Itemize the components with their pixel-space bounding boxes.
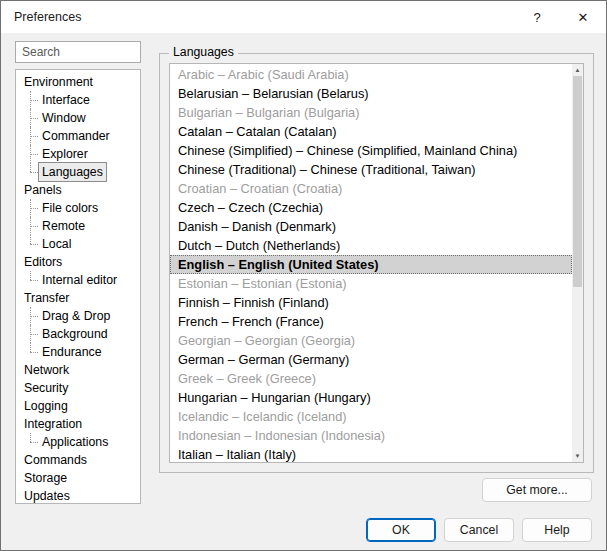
close-icon[interactable]: ✕ (560, 1, 606, 33)
tree-item-label: Integration (21, 415, 85, 433)
tree-connector (25, 109, 39, 127)
tree-item-label: Transfer (21, 289, 72, 307)
tree-item-applications[interactable]: Applications (16, 433, 140, 451)
tree-item-label: Commander (39, 127, 113, 145)
tree-item-editors[interactable]: Editors (16, 253, 140, 271)
languages-rows: Arabic – Arabic (Saudi Arabia)Belarusian… (170, 65, 572, 463)
tree-item-drag-drop[interactable]: Drag & Drop (16, 307, 140, 325)
tree-connector (25, 307, 39, 325)
tree-item-languages[interactable]: Languages (16, 163, 140, 181)
tree-item-network[interactable]: Network (16, 361, 140, 379)
tree-item-label: Editors (21, 253, 65, 271)
tree-connector (25, 145, 39, 163)
language-item[interactable]: Chinese (Simplified) – Chinese (Simplifi… (170, 141, 572, 160)
tree-item-panels[interactable]: Panels (16, 181, 140, 199)
languages-group: Languages Arabic – Arabic (Saudi Arabia)… (159, 53, 594, 473)
tree-item-logging[interactable]: Logging (16, 397, 140, 415)
tree-item-file-colors[interactable]: File colors (16, 199, 140, 217)
scrollbar-up-icon[interactable]: ▲ (572, 64, 583, 76)
tree-item-endurance[interactable]: Endurance (16, 343, 140, 361)
tree-item-internal-editor[interactable]: Internal editor (16, 271, 140, 289)
tree-item-label: Endurance (39, 343, 104, 361)
get-more-button[interactable]: Get more... (482, 478, 592, 502)
footer-buttons: OK Cancel Help (366, 518, 592, 542)
tree-item-security[interactable]: Security (16, 379, 140, 397)
tree-item-label: Environment (21, 73, 96, 91)
language-item[interactable]: English – English (United States) (170, 255, 572, 274)
tree-item-environment[interactable]: Environment (16, 73, 140, 91)
language-item[interactable]: Belarusian – Belarusian (Belarus) (170, 84, 572, 103)
language-item[interactable]: Greek – Greek (Greece) (170, 369, 572, 388)
preferences-dialog: Preferences ? ✕ EnvironmentInterfaceWind… (0, 0, 607, 551)
tree-item-integration[interactable]: Integration (16, 415, 140, 433)
language-item[interactable]: French – French (France) (170, 312, 572, 331)
tree-item-label: Languages (39, 163, 106, 181)
language-item[interactable]: German – German (Germany) (170, 350, 572, 369)
language-item[interactable]: Georgian – Georgian (Georgia) (170, 331, 572, 350)
tree-connector (25, 271, 39, 289)
tree-item-label: Storage (21, 469, 70, 487)
tree-item-label: Logging (21, 397, 71, 415)
tree-connector (25, 235, 39, 253)
tree-item-label: Local (39, 235, 74, 253)
tree-item-label: Remote (39, 217, 88, 235)
languages-list: Arabic – Arabic (Saudi Arabia)Belarusian… (169, 63, 584, 463)
language-item[interactable]: Dutch – Dutch (Netherlands) (170, 236, 572, 255)
tree-item-label: Drag & Drop (39, 307, 113, 325)
tree-item-commander[interactable]: Commander (16, 127, 140, 145)
tree-item-explorer[interactable]: Explorer (16, 145, 140, 163)
tree-item-label: Network (21, 361, 72, 379)
caption-buttons: ? ✕ (514, 1, 606, 33)
scrollbar-down-icon[interactable]: ▼ (572, 450, 583, 462)
tree-item-commands[interactable]: Commands (16, 451, 140, 469)
language-item[interactable]: Chinese (Traditional) – Chinese (Traditi… (170, 160, 572, 179)
help-button[interactable]: Help (522, 518, 592, 542)
tree-item-local[interactable]: Local (16, 235, 140, 253)
tree-item-label: Explorer (39, 145, 91, 163)
language-item[interactable]: Arabic – Arabic (Saudi Arabia) (170, 65, 572, 84)
search-input[interactable] (15, 41, 141, 63)
cancel-button[interactable]: Cancel (444, 518, 514, 542)
tree-item-updates[interactable]: Updates (16, 487, 140, 504)
languages-scrollbar[interactable]: ▲ ▼ (572, 64, 583, 462)
tree-connector (25, 343, 39, 361)
tree-item-label: Panels (21, 181, 65, 199)
language-item[interactable]: Italian – Italian (Italy) (170, 445, 572, 463)
language-item[interactable]: Hungarian – Hungarian (Hungary) (170, 388, 572, 407)
tree-connector (25, 325, 39, 343)
language-item[interactable]: Estonian – Estonian (Estonia) (170, 274, 572, 293)
tree-item-label: Updates (21, 487, 73, 504)
language-item[interactable]: Indonesian – Indonesian (Indonesia) (170, 426, 572, 445)
settings-tree: EnvironmentInterfaceWindowCommanderExplo… (15, 69, 141, 504)
tree-connector (25, 199, 39, 217)
scrollbar-thumb[interactable] (573, 76, 582, 287)
language-item[interactable]: Czech – Czech (Czechia) (170, 198, 572, 217)
tree-item-label: File colors (39, 199, 101, 217)
tree-item-window[interactable]: Window (16, 109, 140, 127)
tree-item-label: Commands (21, 451, 90, 469)
titlebar[interactable]: Preferences ? ✕ (1, 1, 606, 33)
language-item[interactable]: Icelandic – Icelandic (Iceland) (170, 407, 572, 426)
window-title: Preferences (1, 10, 81, 24)
tree-item-label: Interface (39, 91, 93, 109)
ok-button[interactable]: OK (366, 518, 436, 542)
tree-item-label: Security (21, 379, 71, 397)
tree-connector (25, 433, 39, 451)
tree-item-remote[interactable]: Remote (16, 217, 140, 235)
language-item[interactable]: Finnish – Finnish (Finland) (170, 293, 572, 312)
language-item[interactable]: Catalan – Catalan (Catalan) (170, 122, 572, 141)
language-item[interactable]: Bulgarian – Bulgarian (Bulgaria) (170, 103, 572, 122)
languages-group-label: Languages (169, 45, 238, 59)
tree-item-interface[interactable]: Interface (16, 91, 140, 109)
tree-connector (25, 163, 39, 181)
tree-item-storage[interactable]: Storage (16, 469, 140, 487)
language-item[interactable]: Croatian – Croatian (Croatia) (170, 179, 572, 198)
language-item[interactable]: Danish – Danish (Denmark) (170, 217, 572, 236)
tree-item-transfer[interactable]: Transfer (16, 289, 140, 307)
tree-connector (25, 91, 39, 109)
tree-item-label: Background (39, 325, 111, 343)
tree-item-label: Internal editor (39, 271, 120, 289)
help-icon[interactable]: ? (514, 1, 560, 33)
tree-connector (25, 127, 39, 145)
tree-item-background[interactable]: Background (16, 325, 140, 343)
